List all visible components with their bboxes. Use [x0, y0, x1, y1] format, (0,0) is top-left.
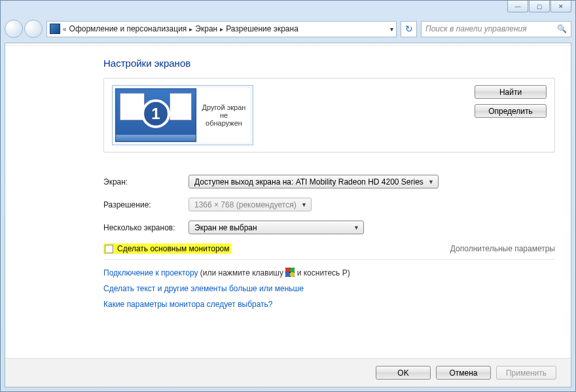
chevron-right-icon: ▸: [220, 26, 223, 33]
resolution-select-value: 1366 × 768 (рекомендуется): [194, 200, 297, 209]
projector-line: Подключение к проектору (или нажмите кла…: [103, 268, 555, 277]
projector-hint-prefix: (или нажмите клавишу: [198, 268, 286, 277]
ok-button[interactable]: OK: [376, 366, 431, 380]
monitor-not-found-text: Другой экран не обнаружен: [202, 103, 246, 127]
wallpaper-window-icon: [170, 93, 192, 120]
primary-monitor-row: Сделать основным монитором Дополнительны…: [103, 243, 555, 254]
multi-displays-label: Несколько экранов:: [103, 223, 189, 232]
monitor-preview-box: 1 Другой экран не обнаружен Найти Опреде…: [103, 78, 555, 152]
close-button[interactable]: ✕: [550, 1, 571, 12]
primary-monitor-checkbox[interactable]: [105, 245, 113, 253]
wallpaper-taskbar-icon: [116, 135, 196, 141]
row-display: Экран: Доступен выход экрана на: ATI Mob…: [103, 175, 555, 188]
chevron-down-icon: ▼: [353, 224, 359, 231]
preview-buttons: Найти Определить: [475, 85, 547, 118]
identify-button[interactable]: Определить: [475, 104, 547, 118]
content-area: Настройки экранов 1 Другой экран не обна…: [5, 43, 571, 387]
back-button[interactable]: [5, 20, 23, 38]
breadcrumb-seg-resolution[interactable]: Разрешение экрана: [226, 24, 298, 33]
monitor-number: 1: [141, 99, 170, 128]
display-select-value: Доступен выход экрана на: ATI Mobility R…: [194, 177, 423, 187]
projector-link[interactable]: Подключение к проектору: [103, 268, 198, 277]
search-box[interactable]: Поиск в панели управления 🔍: [421, 21, 571, 37]
titlebar-controls: — ▢ ✕: [507, 1, 571, 12]
window-frame: — ▢ ✕ « Оформление и персонализация ▸ Эк…: [0, 0, 576, 392]
display-label: Экран:: [103, 177, 189, 187]
nav-back-forward: [5, 20, 43, 38]
dialog-footer: OK Отмена Применить: [5, 358, 571, 387]
search-placeholder: Поиск в панели управления: [425, 24, 527, 33]
row-resolution: Разрешение: 1366 × 768 (рекомендуется) ▼: [103, 198, 555, 211]
page-title: Настройки экранов: [103, 58, 555, 69]
breadcrumb-overflow[interactable]: «: [63, 26, 67, 33]
refresh-button[interactable]: ↻: [401, 21, 417, 37]
row-multi-displays: Несколько экранов: Экран не выбран ▼: [103, 221, 555, 234]
primary-monitor-highlight: Сделать основным монитором: [103, 243, 231, 254]
monitor-help-line: Какие параметры монитора следует выбрать…: [103, 300, 555, 309]
breadcrumb-seg-personalization[interactable]: Оформление и персонализация: [69, 24, 187, 33]
primary-monitor-label: Сделать основным монитором: [117, 244, 230, 253]
monitor-secondary-placeholder[interactable]: Другой экран не обнаружен: [198, 88, 250, 142]
main-panel: Настройки экранов 1 Другой экран не обна…: [5, 46, 571, 309]
wallpaper-window-icon: [120, 93, 145, 120]
resolution-label: Разрешение:: [103, 200, 189, 209]
find-button[interactable]: Найти: [475, 85, 547, 99]
cancel-button[interactable]: Отмена: [436, 366, 491, 380]
monitor-primary[interactable]: 1: [115, 88, 196, 142]
maximize-button[interactable]: ▢: [529, 1, 550, 12]
search-icon: 🔍: [557, 24, 567, 33]
minimize-button[interactable]: —: [507, 1, 528, 12]
toolbar: « Оформление и персонализация ▸ Экран ▸ …: [5, 19, 571, 39]
chevron-right-icon: ▸: [189, 26, 192, 33]
advanced-settings-link[interactable]: Дополнительные параметры: [450, 244, 555, 253]
multi-displays-select[interactable]: Экран не выбран ▼: [189, 221, 364, 234]
monitor-arrangement[interactable]: 1 Другой экран не обнаружен: [112, 85, 253, 145]
divider: [103, 259, 555, 260]
chevron-down-icon: ▼: [428, 179, 434, 185]
control-panel-icon: [50, 24, 60, 34]
display-select[interactable]: Доступен выход экрана на: ATI Mobility R…: [189, 175, 439, 188]
windows-key-icon: [285, 268, 295, 277]
multi-displays-value: Экран не выбран: [194, 223, 257, 232]
which-settings-link[interactable]: Какие параметры монитора следует выбрать…: [103, 300, 273, 309]
breadcrumb-seg-screen[interactable]: Экран: [195, 24, 217, 33]
larger-text-link[interactable]: Сделать текст и другие элементы больше и…: [103, 284, 304, 293]
resolution-select[interactable]: 1366 × 768 (рекомендуется) ▼: [189, 198, 312, 211]
forward-button[interactable]: [24, 20, 43, 38]
chevron-down-icon: ▼: [301, 202, 307, 208]
projector-hint-suffix: и коснитесь P): [295, 268, 350, 277]
text-size-line: Сделать текст и другие элементы больше и…: [103, 284, 555, 293]
address-bar[interactable]: « Оформление и персонализация ▸ Экран ▸ …: [46, 21, 397, 37]
address-dropdown-icon[interactable]: ▾: [390, 26, 393, 33]
apply-button[interactable]: Применить: [496, 366, 556, 380]
